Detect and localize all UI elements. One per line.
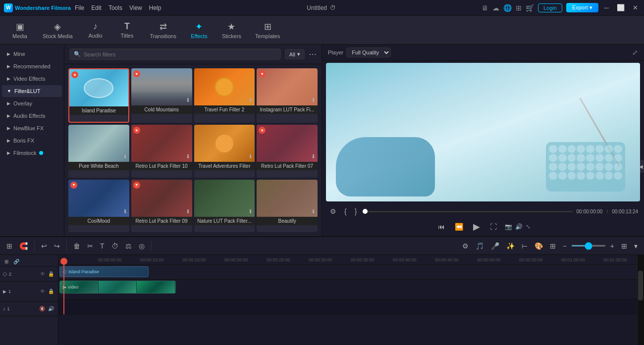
add-video-track-button[interactable]: ⊞ [2,257,11,266]
tool-titles[interactable]: T Titles [112,19,142,41]
text-button[interactable]: T [98,241,107,251]
search-input[interactable] [84,51,276,57]
sidebar-item-filter-lut[interactable]: ▼ Filter&LUT [2,85,62,97]
playhead[interactable] [63,265,64,314]
sidebar-item-recommended[interactable]: ▶ Recommended [2,60,62,72]
effect-card-instagram-lut[interactable]: ♥ ⬇ Instagram LUT Pack Fi... [257,68,318,123]
settings-button[interactable]: ⚙ [460,241,471,251]
mic-button[interactable]: 🎤 [488,241,502,251]
effect-card-travel-fun-2[interactable]: ⬇ Travel Fun Filter 2 [194,68,255,123]
scene-detect-button[interactable]: ⊞ [4,241,15,251]
effects-sidebar: ▶ Mine ▶ Recommended ▶ Video Effects ▼ F… [0,45,64,236]
download-badge: ⬇ [311,153,316,160]
menu-help[interactable]: Help [149,4,161,11]
filmstock-badge [39,151,43,155]
color-button[interactable]: 🎨 [532,241,545,251]
zoom-out-button[interactable]: − [560,241,569,251]
window-title: Untitled [307,4,327,11]
insert-button[interactable]: ⊞ [547,241,558,251]
effect-card-nature-lut[interactable]: ⬇ Nature LUT Pack Filter... [194,180,255,232]
menu-edit[interactable]: Edit [91,4,102,11]
grid-view-button[interactable]: ⊞ [619,241,630,251]
timeline-scrollbar[interactable] [637,255,644,345]
maximize-button[interactable]: ⬜ [615,4,627,11]
tool-effects[interactable]: ✦ Effects [184,19,214,41]
quality-dropdown[interactable]: Full Quality 1/2 Quality 1/4 Quality [346,48,391,57]
close-button[interactable]: ✕ [631,4,640,11]
progress-bar[interactable] [363,211,572,212]
sidebar-item-overlay[interactable]: ▶ Overlay [2,98,62,109]
login-button[interactable]: Login [538,3,562,12]
timeline-tracks-area[interactable]: 00:00:05:00 00:00:10:00 00:00:15:00 00:0… [58,255,637,345]
menu-tools[interactable]: Tools [108,4,122,11]
more-button[interactable]: ▾ [632,241,640,251]
track-eye-button[interactable]: 👁 [39,288,46,295]
step-back-button[interactable]: ⏪ [453,222,465,232]
sidebar-item-filmstock[interactable]: ▶ Filmstock [2,147,62,159]
split-button[interactable]: ⊢ [519,241,530,251]
more-options-button[interactable]: ⋯ [309,49,317,59]
link-tracks-button[interactable]: 🔗 [11,257,22,266]
redo-button[interactable]: ↪ [52,241,62,251]
sidebar-overlay-label: Overlay [13,100,32,106]
effect-card-island-paradise[interactable]: ♥ Island Paradise [68,68,129,123]
effect-card-retro-lut-07[interactable]: ♥ ⬇ Retro Lut Pack Filter 07 [257,125,318,177]
heart-badge: ♥ [259,70,266,77]
tool-stickers[interactable]: ★ Stickers [216,19,247,41]
delete-button[interactable]: 🗑 [71,241,83,251]
effect-card-cold-mountains[interactable]: ♥ ⬇ Cold Mountains [131,68,192,123]
tool-templates[interactable]: ⊞ Templates [249,19,286,41]
effect-card-coolmood[interactable]: ♥ ⬇ CoolMood [68,180,129,232]
export-button[interactable]: Export ▾ [566,3,598,12]
effect-clip-island-paradise[interactable]: ⬡ Island Paradise [59,266,149,277]
sidebar-item-newblue-fx[interactable]: ▶ NewBlue FX [2,122,62,134]
sidebar-item-audio-effects[interactable]: ▶ Audio Effects [2,110,62,122]
scrollbar-thumb[interactable] [638,271,643,300]
minimize-button[interactable]: ─ [602,4,611,11]
mark-in-button[interactable]: { [342,206,349,216]
effect-card-pure-white-beach[interactable]: ⬇ Pure White Beach [68,125,129,177]
audio-settings-button[interactable]: 🎵 [473,241,486,251]
sidebar-item-video-effects[interactable]: ▶ Video Effects [2,73,62,85]
duration-button[interactable]: ⏱ [109,241,121,251]
mark-out-button[interactable]: } [353,206,359,216]
zoom-in-button[interactable]: + [608,241,617,251]
tool-media[interactable]: ▣ Media [5,19,35,41]
preview-expand-icon[interactable]: ⤢ [632,49,638,56]
fullscreen-button[interactable]: ⛶ [488,222,499,232]
snapshot-button[interactable]: 📷 [505,223,512,230]
track-lock-button[interactable]: 🔒 [47,288,55,295]
magnetic-snap-button[interactable]: 🧲 [17,241,30,251]
track-volume-button[interactable]: 🔊 [47,305,55,312]
menu-file[interactable]: File [75,4,84,11]
effect-label: Instagram LUT Pack Fi... [257,105,318,114]
sidebar-item-boris-fx[interactable]: ▶ Boris FX [2,135,62,147]
playback-settings-button[interactable]: ⚙ [328,206,338,216]
filter-dropdown[interactable]: All ▾ [285,49,305,59]
effects-settings-button[interactable]: ✨ [504,241,517,251]
effect-card-beautify[interactable]: ⬇ Beautify [257,180,318,232]
cut-button[interactable]: ✂ [85,241,96,251]
undo-button[interactable]: ↩ [39,241,50,251]
effect-card-retro-lut-10[interactable]: ♥ ⬇ Retro Lut Pack Filter 10 [131,125,192,177]
effect-card-retro-lut-09[interactable]: ♥ ⬇ Retro Lut Pack Filter 09 [131,180,192,232]
effect-card-travel-adventures[interactable]: ⬇ Travel Adventures Filter [194,125,255,177]
prev-frame-button[interactable]: ⏮ [436,222,447,232]
menu-view[interactable]: View [129,4,142,11]
play-button[interactable]: ▶ [471,220,482,233]
tool-audio[interactable]: ♪ Audio [81,19,110,41]
tool-stock-media[interactable]: ◈ Stock Media [37,19,79,41]
time-mark: 00:00:55:00 [519,257,543,262]
tool-transitions[interactable]: ⇄ Transitions [144,19,182,41]
adjust-button[interactable]: ⚖ [123,241,134,251]
zoom-fit-button[interactable]: ⤡ [526,223,531,230]
zoom-slider[interactable] [571,245,606,246]
motion-button[interactable]: ◎ [136,241,147,251]
volume-button[interactable]: 🔊 [515,223,523,230]
search-box[interactable]: 🔍 [69,49,281,60]
video-clip[interactable]: ▶ video [59,281,176,294]
track-lock-button[interactable]: 🔒 [47,271,55,277]
track-mute-button[interactable]: 🔇 [38,305,46,312]
track-eye-button[interactable]: 👁 [39,271,46,277]
sidebar-item-mine[interactable]: ▶ Mine [2,48,62,60]
